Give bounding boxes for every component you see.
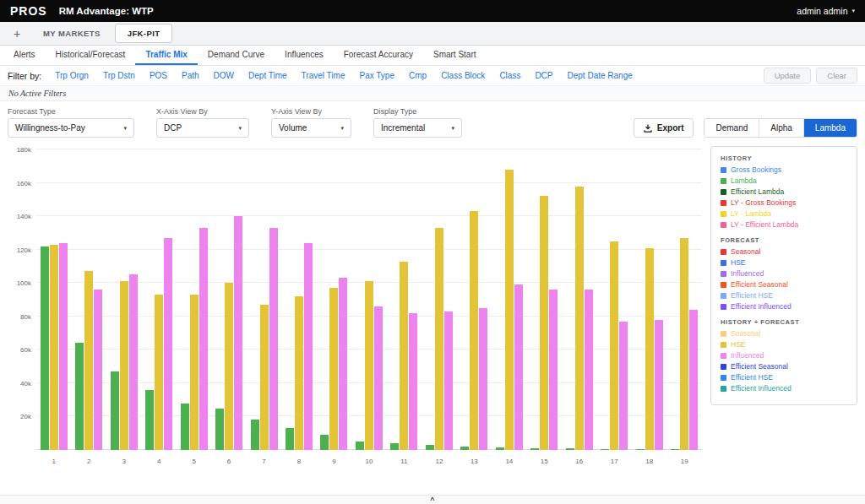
filter-link-dcp[interactable]: DCP — [535, 71, 552, 80]
add-market-button[interactable]: + — [7, 25, 27, 42]
bar-influenced-15[interactable] — [549, 290, 558, 450]
bar-influenced-6[interactable] — [234, 216, 242, 450]
bar-hse-13[interactable] — [470, 211, 478, 450]
legend-item-history-ly-lambda[interactable]: LY - Lambda — [721, 209, 847, 218]
bar-influenced-13[interactable] — [479, 308, 487, 450]
select-display-type[interactable]: Incremental▾ — [373, 118, 462, 138]
bar-influenced-12[interactable] — [444, 312, 453, 450]
bar-hse-2[interactable] — [84, 271, 93, 450]
view-demand-button[interactable]: Demand — [705, 119, 759, 137]
bar-hse-6[interactable] — [225, 283, 233, 450]
tab-my-markets[interactable]: MY MARKETS — [30, 24, 113, 43]
bar-lambda-8[interactable] — [286, 428, 294, 450]
filter-link-dow[interactable]: DOW — [214, 71, 234, 80]
bar-lambda-10[interactable] — [356, 442, 364, 450]
legend-item-history-gross-bookings[interactable]: Gross Bookings — [721, 165, 847, 174]
subtab-traffic-mix[interactable]: Traffic Mix — [135, 46, 197, 65]
bar-lambda-6[interactable] — [215, 409, 224, 450]
legend-item-forecast-efficient-influenced[interactable]: Efficient Influenced — [721, 302, 847, 311]
subtab-historical-forecast[interactable]: Historical/Forecast — [46, 46, 136, 65]
bar-hse-3[interactable] — [120, 281, 128, 450]
tab-jfk-pit[interactable]: JFK-PIT — [115, 24, 173, 43]
bar-influenced-16[interactable] — [585, 290, 593, 450]
subtab-demand-curve[interactable]: Demand Curve — [198, 46, 275, 65]
user-menu[interactable]: admin admin ▾ — [797, 6, 855, 16]
legend-item-forecast-efficient-hse[interactable]: Efficient HSE — [721, 291, 847, 300]
filter-link-class-block[interactable]: Class Block — [441, 71, 485, 80]
filter-link-travel-time[interactable]: Travel Time — [302, 71, 345, 80]
legend-item-history-forecast-efficient-seasonal[interactable]: Efficient Seasonal — [721, 362, 847, 371]
bar-influenced-9[interactable] — [339, 278, 347, 450]
bar-influenced-1[interactable] — [59, 243, 68, 450]
bar-influenced-19[interactable] — [689, 310, 698, 450]
legend-item-history-forecast-seasonal[interactable]: Seasonal — [721, 329, 847, 338]
bar-hse-4[interactable] — [155, 295, 163, 450]
bar-lambda-3[interactable] — [111, 371, 119, 450]
legend-item-history-lambda[interactable]: Lambda — [721, 176, 847, 185]
bar-influenced-18[interactable] — [655, 320, 663, 450]
subtab-alerts[interactable]: Alerts — [3, 46, 46, 65]
bar-influenced-4[interactable] — [164, 238, 172, 450]
bar-hse-9[interactable] — [329, 288, 338, 450]
legend-item-forecast-seasonal[interactable]: Seasonal — [721, 247, 847, 256]
legend-item-history-ly-efficient-lambda[interactable]: LY - Efficient Lambda — [721, 220, 847, 229]
update-button[interactable]: Update — [764, 68, 812, 84]
select-y-axis-view-by[interactable]: Volume▾ — [271, 118, 351, 138]
bar-hse-11[interactable] — [400, 262, 408, 450]
clear-button[interactable]: Clear — [816, 68, 857, 84]
legend-item-history-ly-gross-bookings[interactable]: LY - Gross Bookings — [721, 198, 847, 207]
subtab-influences[interactable]: Influences — [275, 46, 334, 65]
filter-link-class[interactable]: Class — [499, 71, 520, 80]
filter-link-trp-orgn[interactable]: Trp Orgn — [55, 71, 89, 80]
subtab-forecast-accuracy[interactable]: Forecast Accuracy — [334, 46, 423, 65]
export-button[interactable]: Export — [634, 118, 694, 138]
bar-hse-1[interactable] — [50, 245, 58, 450]
bar-hse-16[interactable] — [575, 187, 584, 450]
select-forecast-type[interactable]: Willingness-to-Pay▾ — [8, 118, 134, 138]
legend-item-forecast-hse[interactable]: HSE — [721, 258, 847, 267]
bar-influenced-2[interactable] — [94, 290, 102, 450]
view-lambda-button[interactable]: Lambda — [803, 119, 857, 137]
bar-hse-15[interactable] — [540, 196, 548, 450]
bar-hse-5[interactable] — [190, 295, 199, 450]
bar-lambda-4[interactable] — [145, 390, 154, 450]
filter-link-path[interactable]: Path — [182, 71, 199, 80]
bar-influenced-11[interactable] — [409, 313, 417, 450]
filter-link-dept-time[interactable]: Dept Time — [248, 71, 287, 80]
filter-link-pax-type[interactable]: Pax Type — [359, 71, 394, 80]
bar-influenced-3[interactable] — [129, 274, 138, 450]
bar-lambda-15[interactable] — [530, 448, 539, 450]
bar-influenced-8[interactable] — [304, 243, 313, 450]
bar-hse-8[interactable] — [295, 296, 303, 450]
filter-link-dept-date-range[interactable]: Dept Date Range — [568, 71, 633, 80]
bar-influenced-17[interactable] — [619, 322, 628, 450]
bar-influenced-5[interactable] — [199, 228, 208, 450]
select-x-axis-view-by[interactable]: DCP▾ — [156, 118, 249, 138]
legend-item-forecast-influenced[interactable]: Influenced — [721, 269, 847, 278]
legend-item-history-forecast-efficient-hse[interactable]: Efficient HSE — [721, 373, 847, 382]
bar-lambda-17[interactable] — [601, 449, 609, 450]
bar-lambda-7[interactable] — [251, 420, 259, 450]
legend-item-forecast-efficient-seasonal[interactable]: Efficient Seasonal — [721, 280, 847, 289]
bar-lambda-16[interactable] — [566, 448, 574, 450]
legend-item-history-forecast-hse[interactable]: HSE — [721, 340, 847, 349]
bar-lambda-12[interactable] — [426, 445, 434, 450]
bar-influenced-10[interactable] — [374, 306, 383, 450]
bar-lambda-5[interactable] — [181, 404, 189, 450]
bar-hse-18[interactable] — [645, 248, 654, 450]
bar-lambda-18[interactable] — [636, 449, 645, 450]
bar-hse-19[interactable] — [680, 238, 688, 450]
bar-lambda-14[interactable] — [496, 447, 504, 450]
bar-lambda-13[interactable] — [460, 447, 469, 450]
bar-influenced-7[interactable] — [269, 228, 278, 450]
bar-hse-10[interactable] — [365, 281, 373, 450]
bar-hse-14[interactable] — [505, 170, 514, 450]
footer-scrollbar[interactable]: ^ — [0, 495, 865, 504]
filter-link-cmp[interactable]: Cmp — [409, 71, 427, 80]
bar-hse-17[interactable] — [610, 241, 618, 450]
bar-lambda-9[interactable] — [320, 435, 329, 450]
legend-item-history-forecast-influenced[interactable]: Influenced — [721, 351, 847, 360]
bar-lambda-1[interactable] — [41, 247, 49, 450]
view-alpha-button[interactable]: Alpha — [759, 119, 803, 137]
bar-influenced-14[interactable] — [514, 285, 523, 450]
